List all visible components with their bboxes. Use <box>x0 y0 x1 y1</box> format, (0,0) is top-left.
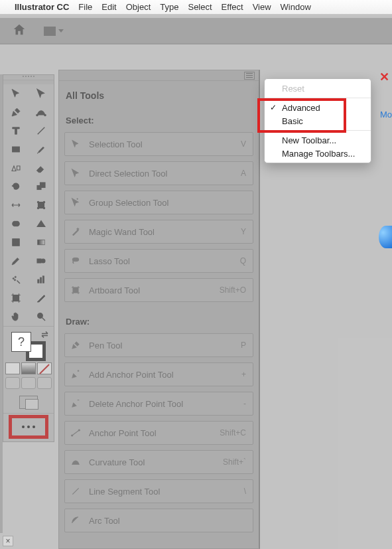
free-transform-tool[interactable] <box>29 196 54 214</box>
blend-tool[interactable] <box>29 252 54 270</box>
draw-behind[interactable] <box>21 377 36 389</box>
tool-add-anchor[interactable]: Add Anchor Point Tool + <box>64 362 253 386</box>
gradient-tool[interactable] <box>29 233 54 252</box>
svg-point-19 <box>14 279 15 281</box>
svg-rect-6 <box>38 202 44 208</box>
tool-pen[interactable]: Pen Tool P <box>64 333 253 357</box>
color-mode-color[interactable] <box>5 362 20 374</box>
tool-shortcut: + <box>241 370 246 379</box>
tool-shortcut: Q <box>240 256 246 266</box>
toolbar-grip[interactable] <box>3 75 54 80</box>
tool-curvature[interactable]: Curvature Tool Shift+` <box>64 450 253 474</box>
tool-label: Selection Tool <box>89 139 241 149</box>
rotate-tool[interactable] <box>3 177 29 196</box>
menu-file[interactable]: File <box>78 2 92 12</box>
svg-rect-5 <box>40 183 46 188</box>
color-mode-gradient[interactable] <box>21 362 36 374</box>
tool-line-segment[interactable]: Line Segment Tool \ <box>64 479 253 503</box>
tool-label: Curvature Tool <box>89 457 223 467</box>
menu-select[interactable]: Select <box>188 2 212 12</box>
svg-rect-27 <box>73 287 78 293</box>
menu-effect[interactable]: Effect <box>222 2 243 12</box>
truncated-link[interactable]: Mo <box>380 110 392 119</box>
color-mode-row <box>3 362 54 377</box>
column-graph-tool[interactable] <box>29 270 54 289</box>
svg-point-26 <box>72 258 78 261</box>
tool-label: Add Anchor Point Tool <box>89 370 241 380</box>
eraser-tool[interactable] <box>29 159 54 177</box>
panel-menu-icon[interactable] <box>244 72 255 80</box>
type-tool[interactable] <box>3 121 29 140</box>
draw-mode-row <box>3 377 54 393</box>
tool-arc[interactable]: Arc Tool <box>64 509 253 532</box>
hand-tool[interactable] <box>3 307 29 326</box>
paintbrush-tool[interactable] <box>29 140 54 159</box>
tool-group-selection[interactable]: Group Selection Tool <box>64 191 253 214</box>
screen-mode[interactable] <box>19 393 38 413</box>
tool-direct-selection[interactable]: Direct Selection Tool A <box>64 161 253 185</box>
panel-close-x[interactable]: × <box>3 536 13 546</box>
close-icon[interactable]: ✕ <box>379 70 389 84</box>
section-draw-heading: Draw: <box>59 307 259 333</box>
svg-point-10 <box>43 207 44 208</box>
tool-selection[interactable]: Selection Tool V <box>64 132 253 156</box>
perspective-grid-tool[interactable] <box>29 214 54 233</box>
app-name[interactable]: Illustrator CC <box>15 2 69 12</box>
zoom-tool[interactable] <box>29 307 54 326</box>
svg-point-7 <box>37 201 38 202</box>
fill-stroke-swatches[interactable]: ? <box>9 328 48 362</box>
tool-shortcut: Shift+` <box>223 457 246 467</box>
menu-window[interactable]: Window <box>281 2 311 12</box>
pen-tool-icon <box>69 340 82 351</box>
menu-manage-toolbars[interactable]: Manage Toolbars... <box>265 147 371 160</box>
tool-artboard[interactable]: Artboard Tool Shift+O <box>64 278 253 302</box>
section-select-heading: Select: <box>59 106 259 132</box>
svg-rect-3 <box>13 147 20 152</box>
tool-label: Group Selection Tool <box>89 198 246 208</box>
pen-tool[interactable] <box>3 103 29 121</box>
edit-toolbar-button[interactable] <box>10 416 47 437</box>
tool-label: Line Segment Tool <box>89 487 244 497</box>
selection-tool[interactable] <box>3 84 29 103</box>
svg-point-28 <box>72 435 73 436</box>
tool-anchor-point[interactable]: Anchor Point Tool Shift+C <box>64 421 253 445</box>
direct-selection-tool[interactable] <box>29 84 54 103</box>
menu-object[interactable]: Object <box>126 2 151 12</box>
svg-point-8 <box>43 201 44 202</box>
menu-edit[interactable]: Edit <box>101 2 116 12</box>
globe-icon[interactable] <box>379 226 392 248</box>
artboard-tool[interactable] <box>3 289 29 307</box>
svg-point-29 <box>78 430 80 431</box>
svg-point-24 <box>38 313 43 319</box>
symbol-sprayer-tool[interactable] <box>3 270 29 289</box>
width-tool[interactable] <box>3 196 29 214</box>
menu-reset: Reset <box>265 82 371 95</box>
shape-builder-tool[interactable] <box>3 214 29 233</box>
fill-placeholder: ? <box>18 335 25 349</box>
menu-type[interactable]: Type <box>160 2 178 12</box>
tool-lasso[interactable]: Lasso Tool Q <box>64 249 253 273</box>
shaper-tool[interactable] <box>3 159 29 177</box>
mesh-tool[interactable] <box>3 233 29 252</box>
color-mode-none[interactable] <box>37 362 52 374</box>
fill-swatch[interactable]: ? <box>11 332 31 352</box>
rectangle-tool[interactable] <box>3 140 29 159</box>
scale-tool[interactable] <box>29 177 54 196</box>
menu-new-toolbar[interactable]: New Toolbar... <box>265 133 371 147</box>
tool-magic-wand[interactable]: Magic Wand Tool Y <box>64 220 253 244</box>
draw-normal[interactable] <box>5 377 20 389</box>
svg-point-17 <box>13 277 14 279</box>
line-segment-tool[interactable] <box>29 121 54 140</box>
menu-basic[interactable]: Basic <box>265 114 371 127</box>
slice-tool[interactable] <box>29 289 54 307</box>
curvature-tool-icon <box>69 457 82 467</box>
curvature-tool[interactable] <box>29 103 54 121</box>
menu-view[interactable]: View <box>253 2 271 12</box>
menu-advanced[interactable]: ✓Advanced <box>265 101 371 114</box>
eyedropper-tool[interactable] <box>3 252 29 270</box>
lasso-tool-icon <box>69 256 82 266</box>
svg-rect-14 <box>38 240 45 245</box>
draw-inside[interactable] <box>37 377 52 389</box>
tool-label: Lasso Tool <box>89 256 240 266</box>
tool-delete-anchor[interactable]: Delete Anchor Point Tool - <box>64 392 253 416</box>
